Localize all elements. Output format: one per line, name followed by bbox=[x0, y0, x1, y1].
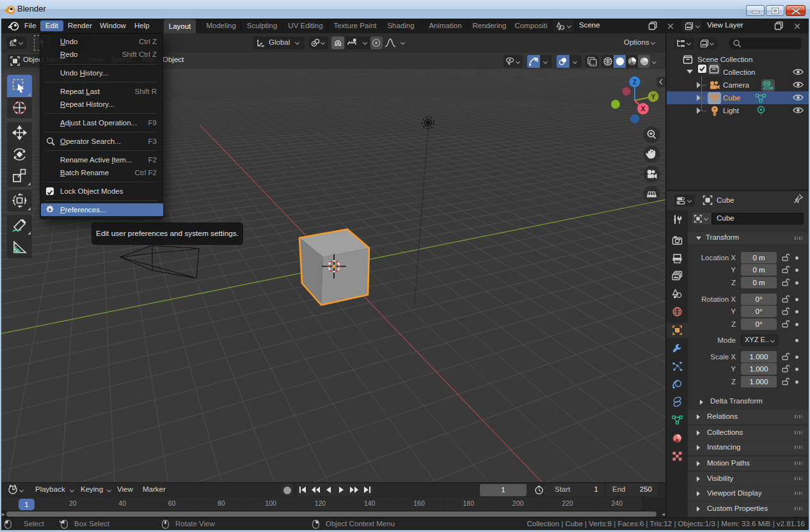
svg-text:Y: Y bbox=[651, 93, 655, 100]
svg-text:X: X bbox=[640, 105, 645, 113]
svg-text:Z: Z bbox=[633, 78, 637, 86]
